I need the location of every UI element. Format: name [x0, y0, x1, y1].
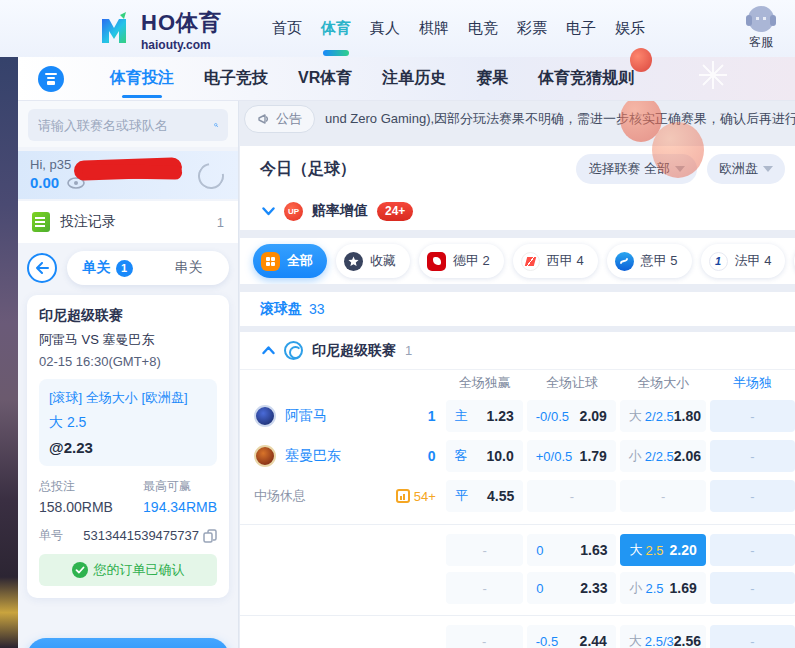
- tab-rules[interactable]: 体育竞猜规则: [538, 68, 634, 89]
- match-status: 中场休息: [254, 487, 396, 505]
- nav-entertainment[interactable]: 娱乐: [615, 19, 645, 38]
- chevron-down-icon: [262, 207, 275, 216]
- page-title: 今日（足球）: [260, 159, 566, 180]
- max-win-label: 最高可赢: [143, 478, 217, 495]
- main-content: 公告 und Zero Gaming),因部分玩法赛果不明确，需进一步核实正确赛…: [240, 101, 795, 648]
- lantern-decoration: [630, 48, 652, 72]
- filter-serie-a[interactable]: 意甲 5: [607, 244, 692, 278]
- nav-lottery[interactable]: 彩票: [517, 19, 547, 38]
- order-confirmed-banner: 您的订单已确认: [39, 554, 217, 586]
- order-confirmed-text: 您的订单已确认: [94, 561, 185, 579]
- filter-all[interactable]: 全部: [253, 244, 327, 278]
- announcement-text: und Zero Gaming),因部分玩法赛果不明确，需进一步核实正确赛果，确…: [325, 110, 795, 128]
- tab-sports-betting[interactable]: 体育投注: [110, 68, 174, 89]
- league-section-header[interactable]: 印尼超级联赛 1: [240, 332, 795, 370]
- chevron-up-icon: [262, 346, 275, 355]
- odds-cell[interactable]: 平 4.55: [446, 480, 523, 512]
- menu-filter-icon[interactable]: [38, 66, 64, 92]
- check-circle-icon: [72, 562, 88, 578]
- customer-service-label: 客服: [741, 34, 781, 51]
- page: HO体育 haiouty.com 首页 体育 真人 棋牌 电竞 彩票 电子 娱乐…: [0, 0, 795, 648]
- announcement-label: 公告: [276, 110, 302, 128]
- nav-active-indicator: [323, 50, 349, 56]
- slip-league-name: 印尼超级联赛: [39, 307, 217, 325]
- header-fulltime-handicap: 全场让球: [527, 374, 616, 392]
- odds-cell[interactable]: 0 1.63: [527, 534, 616, 566]
- tab-parlay-bet[interactable]: 串关: [148, 259, 229, 277]
- sports-sub-nav: 体育投注 电子竞技 VR体育 注单历史 赛果 体育竞猜规则: [18, 57, 795, 101]
- odds-cell[interactable]: 客 10.0: [446, 440, 523, 472]
- arrow-left-icon: [35, 262, 49, 274]
- nav-esports[interactable]: 电竞: [468, 19, 498, 38]
- odds-cell[interactable]: -0/0.5 2.09: [527, 400, 616, 432]
- site-logo[interactable]: HO体育 haiouty.com: [95, 8, 222, 52]
- order-no-value: 5313441539475737: [63, 528, 199, 543]
- odds-type-dropdown[interactable]: 欧洲盘: [707, 154, 785, 184]
- table-row-home: 阿雷马 1 主 1.23 -0/0.5 2.09 大 2/2.5 1.80 -: [240, 396, 795, 436]
- betslip-sidebar: Hi, p35 0.00 投注记录 1: [18, 101, 239, 648]
- betslip-area: 单关 1 串关 印尼超级联赛 阿雷马 VS 塞曼巴东 02-15 16:30(G…: [18, 243, 238, 648]
- odds-cell[interactable]: 主 1.23: [446, 400, 523, 432]
- order-no-label: 单号: [39, 527, 63, 544]
- slip-match-time: 02-15 16:30(GMT+8): [39, 354, 217, 369]
- odds-cell[interactable]: +0/0.5 1.79: [527, 440, 616, 472]
- league-table-card: 印尼超级联赛 1 全场独赢 全场让球 全场大小 半场独 阿雷马 1 主: [240, 332, 795, 648]
- confirm-button[interactable]: 确定: [27, 638, 229, 648]
- filter-ligue1[interactable]: 1 法甲 4: [701, 244, 786, 278]
- odds-cell[interactable]: 0 2.33: [527, 572, 616, 604]
- search-icon[interactable]: [214, 117, 218, 133]
- odds-cell-selected[interactable]: 大 2.5 2.20: [620, 534, 705, 566]
- home-team-name[interactable]: 阿雷马: [285, 407, 428, 425]
- tab-single-bet[interactable]: 单关 1: [67, 259, 148, 277]
- filter-bundesliga[interactable]: 德甲 2: [419, 244, 504, 278]
- odds-boost-row[interactable]: UP 赔率增值 24+: [240, 192, 795, 230]
- tab-bet-history[interactable]: 注单历史: [382, 68, 446, 89]
- headset-icon: [748, 6, 774, 32]
- stadium-background-strip: [0, 57, 18, 648]
- odds-cell[interactable]: 大 2/2.5 1.80: [620, 400, 706, 432]
- customer-service-button[interactable]: 客服: [741, 6, 781, 51]
- live-markets-label: 滚球盘: [260, 300, 302, 318]
- league-logo-icon: [284, 341, 303, 360]
- odds-cell[interactable]: -0.5 2.44: [527, 625, 616, 648]
- bet-record-row[interactable]: 投注记录 1: [18, 201, 238, 243]
- tab-esports[interactable]: 电子竞技: [204, 68, 268, 89]
- odds-cell[interactable]: 大 2.5/3 2.56: [620, 625, 706, 648]
- filter-laliga[interactable]: 西甲 4: [513, 244, 598, 278]
- bet-record-icon: [32, 212, 50, 232]
- live-markets-row[interactable]: 滚球盘 33: [240, 292, 795, 326]
- account-panel: Hi, p35 0.00: [18, 151, 238, 199]
- table-row-status: 中场休息 54+ 平 4.55 - - -: [240, 476, 795, 516]
- away-team-name[interactable]: 塞曼巴东: [285, 447, 428, 465]
- row-divider: [240, 615, 795, 616]
- back-button[interactable]: [27, 253, 57, 283]
- copy-icon[interactable]: [203, 529, 217, 543]
- odds-cell-empty: -: [620, 480, 705, 512]
- nav-live-casino[interactable]: 真人: [370, 19, 400, 38]
- odds-boost-count-badge: 24+: [377, 202, 413, 221]
- logo-icon: [95, 11, 133, 49]
- announcement-pill[interactable]: 公告: [244, 105, 315, 133]
- ligue1-icon: 1: [709, 252, 728, 271]
- search-input[interactable]: [38, 118, 214, 133]
- table-row-market: - 0 1.63 大 2.5 2.20 -: [240, 531, 795, 569]
- odds-cell[interactable]: 小 2.5 1.69: [620, 572, 705, 604]
- nav-cards[interactable]: 棋牌: [419, 19, 449, 38]
- filter-favorites[interactable]: 收藏: [336, 244, 410, 278]
- betslip-tabs: 单关 1 串关: [67, 251, 229, 285]
- tab-vr-sports[interactable]: VR体育: [298, 68, 352, 89]
- table-row-market: - -0.5 2.44 大 2.5/3 2.56 -: [240, 622, 795, 648]
- redaction-scribble: [74, 157, 183, 181]
- tab-results[interactable]: 赛果: [476, 68, 508, 89]
- market-column-headers: 全场独赢 全场让球 全场大小 半场独: [240, 370, 795, 396]
- more-markets-link[interactable]: 54+: [396, 489, 436, 504]
- odds-cell-empty: -: [710, 625, 795, 648]
- nav-slots[interactable]: 电子: [566, 19, 596, 38]
- nav-sports[interactable]: 体育: [321, 19, 351, 38]
- chevron-down-icon: [763, 166, 773, 172]
- search-box[interactable]: [28, 109, 228, 141]
- nav-home[interactable]: 首页: [272, 19, 302, 38]
- home-team-logo: [254, 405, 276, 427]
- firework-decoration: [698, 60, 728, 90]
- odds-cell[interactable]: 小 2/2.5 2.06: [620, 440, 706, 472]
